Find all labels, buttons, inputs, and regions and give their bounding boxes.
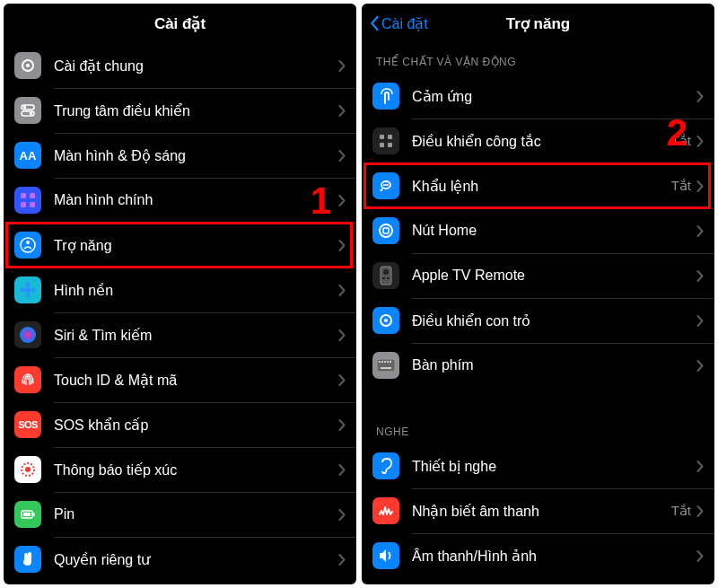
svg-point-11 [26, 241, 30, 244]
svg-point-29 [387, 184, 389, 186]
svg-rect-22 [23, 513, 31, 516]
svg-rect-26 [388, 143, 392, 147]
row-home[interactable]: Màn hình chính [4, 178, 356, 223]
svg-point-31 [380, 224, 392, 237]
row-wallpaper[interactable]: Hình nền [4, 268, 356, 312]
svg-point-14 [26, 294, 31, 298]
person-icon [14, 232, 41, 259]
row-label: Điều khiển công tắc [412, 133, 671, 150]
ear-icon [372, 452, 399, 479]
row-label: Thông báo tiếp xúc [54, 461, 338, 478]
svg-point-5 [30, 112, 33, 116]
right-screen: Cài đặt Trợ năng THỂ CHẤT VÀ VẬN ĐỘNGCảm… [362, 4, 714, 584]
row-pointer[interactable]: Điều khiển con trỏ [362, 298, 714, 343]
soundrec-icon [372, 497, 399, 524]
svg-rect-7 [30, 193, 35, 198]
speaker-icon [372, 542, 399, 569]
svg-point-28 [383, 184, 385, 186]
svg-rect-45 [381, 367, 391, 369]
row-accessibility[interactable]: Trợ năng [4, 223, 356, 268]
chevron-right-icon [338, 195, 346, 206]
row-label: Nhận biết âm thanh [412, 503, 671, 520]
row-homebtn[interactable]: Nút Home [362, 208, 714, 253]
exposure-icon [14, 456, 41, 483]
voice-icon [372, 172, 399, 199]
svg-rect-9 [30, 202, 35, 207]
row-appletv[interactable]: Apple TV Remote [362, 253, 714, 298]
svg-rect-8 [21, 202, 26, 207]
back-button[interactable]: Cài đặt [369, 15, 428, 32]
chevron-right-icon [696, 315, 704, 327]
svg-point-17 [20, 327, 36, 343]
chevron-right-icon [696, 270, 704, 282]
row-label: Điều khiển con trỏ [412, 312, 696, 329]
row-label: Pin [54, 506, 338, 522]
chevron-right-icon [338, 240, 346, 251]
row-exposure[interactable]: Thông báo tiếp xúc [4, 447, 356, 492]
row-privacy[interactable]: Quyền riêng tư [4, 537, 356, 582]
row-keyboard[interactable]: Bàn phím [362, 343, 714, 388]
chevron-left-icon [369, 15, 380, 31]
callout-1: 1 [311, 180, 331, 223]
chevron-right-icon [338, 60, 346, 72]
row-label: Cảm ứng [412, 88, 696, 105]
row-sos[interactable]: SOSSOS khẩn cấp [4, 402, 356, 447]
row-label: Apple TV Remote [412, 268, 696, 284]
svg-point-16 [31, 288, 36, 293]
svg-point-12 [25, 287, 31, 293]
svg-point-38 [384, 319, 388, 322]
row-battery[interactable]: Pin [4, 492, 356, 537]
row-label: Âm thanh/Hình ảnh [412, 548, 696, 565]
row-controlctr[interactable]: Trung tâm điều khiển [4, 88, 356, 133]
row-hearing[interactable]: Thiết bị nghe [362, 443, 714, 488]
flower-icon [14, 276, 41, 303]
siri-icon [14, 321, 41, 348]
row-touch[interactable]: Cảm ứng [362, 74, 714, 118]
row-voicectl[interactable]: Khẩu lệnhTắt [362, 163, 714, 208]
svg-rect-36 [387, 277, 390, 279]
chevron-right-icon [696, 136, 704, 147]
chevron-right-icon [338, 105, 346, 117]
touch-icon [372, 83, 399, 110]
svg-rect-32 [383, 228, 389, 233]
svg-point-15 [21, 288, 25, 293]
accessibility-list: THỂ CHẤT VÀ VẬN ĐỘNGCảm ứngĐiều khiển cô… [362, 43, 714, 584]
row-label: Cài đặt chung [54, 57, 338, 75]
chevron-right-icon [338, 509, 346, 521]
chevron-right-icon [338, 419, 346, 431]
row-label: Trợ năng [54, 237, 338, 254]
row-label: Màn hình & Độ sáng [54, 147, 338, 164]
settings-list: Cài đặt chungTrung tâm điều khiểnAAMàn h… [4, 43, 356, 584]
sos-icon: SOS [14, 411, 41, 438]
row-soundrec[interactable]: Nhận biết âm thanhTắt [362, 488, 714, 533]
pointer-icon [372, 307, 399, 334]
svg-point-1 [26, 64, 30, 67]
row-label: Nút Home [412, 223, 696, 239]
left-screen: Cài đặt Cài đặt chungTrung tâm điều khiể… [4, 4, 356, 584]
chevron-right-icon [696, 360, 704, 372]
svg-point-10 [21, 238, 35, 252]
row-touchid[interactable]: Touch ID & Mật mã [4, 357, 356, 402]
row-av[interactable]: Âm thanh/Hình ảnh [362, 533, 714, 578]
svg-rect-40 [379, 361, 381, 363]
row-general[interactable]: Cài đặt chung [4, 43, 356, 88]
header: Cài đặt [4, 4, 356, 43]
section-header: NGHE [362, 413, 714, 443]
svg-point-34 [383, 269, 389, 275]
row-switchctl[interactable]: Điều khiển công tắcTắt [362, 118, 714, 163]
row-label: Quyền riêng tư [54, 551, 338, 568]
battery-icon [14, 501, 41, 528]
row-value: Tắt [671, 178, 691, 194]
row-siri[interactable]: Siri & Tìm kiếm [4, 312, 356, 357]
finger-icon [14, 366, 41, 393]
callout-2: 2 [667, 111, 687, 154]
page-title: Cài đặt [154, 14, 206, 33]
chevron-right-icon [696, 550, 704, 562]
row-value: Tắt [671, 503, 691, 519]
svg-point-3 [23, 106, 27, 110]
chevron-right-icon [338, 150, 346, 162]
homebtn-icon [372, 217, 399, 244]
svg-point-19 [25, 467, 31, 472]
row-display[interactable]: AAMàn hình & Độ sáng [4, 133, 356, 178]
svg-rect-25 [380, 143, 384, 147]
